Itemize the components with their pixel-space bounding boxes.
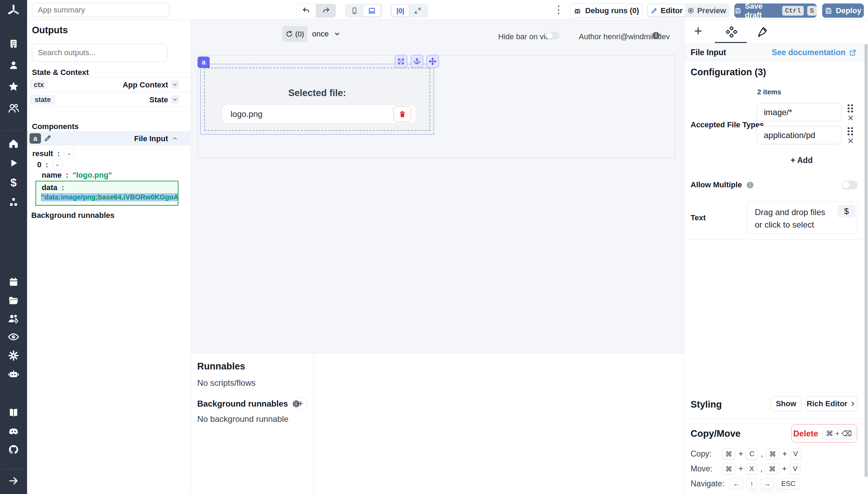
remove-item-x-icon[interactable] [847,137,854,146]
ctx-row[interactable]: ctx App Context [27,77,191,92]
windmill-logo-icon[interactable] [0,3,27,18]
groups-users-icon[interactable] [0,102,27,115]
audit-eye-icon[interactable] [0,331,27,343]
component-row-file-input[interactable]: a File Input [27,131,191,146]
section-divider [684,239,868,240]
info-icon[interactable] [652,31,660,41]
file-input-component[interactable]: Selected file: logo.png [200,64,434,135]
move-component-button[interactable] [426,55,439,68]
tree-row-zero[interactable]: 0: - [37,159,63,170]
runs-play-icon[interactable] [0,157,27,169]
component-id-badge: a [30,133,41,144]
variables-dollar-icon[interactable]: $ [0,176,27,189]
tab-styling-brush-icon[interactable] [756,26,768,40]
section-divider [684,418,868,419]
save-draft-button[interactable]: Save draft Ctrl S [734,3,817,18]
mobile-view-button[interactable] [346,5,363,17]
tab-preview[interactable]: Preview [685,5,728,17]
rich-editor-button[interactable]: Rich Editor [805,396,857,411]
chevron-down-icon [334,31,341,37]
folders-icon[interactable] [0,294,27,307]
trash-icon [398,110,407,118]
shortcut-row-navigate: Navigate: ← ↑ → ESC [691,478,800,489]
expand-component-button[interactable] [395,55,407,68]
tree-row-result[interactable]: result: - [32,148,74,159]
pencil-icon [651,7,658,14]
search-outputs-input[interactable] [32,44,167,62]
chevron-down-icon[interactable] [171,95,179,104]
kebab-menu-icon[interactable]: ⋮ [553,3,564,16]
tab-editor[interactable]: Editor [648,5,685,17]
allow-multiple-toggle[interactable] [842,181,858,189]
add-file-type-button[interactable]: + Add [791,156,813,165]
component-name: File Input [691,48,726,57]
remove-item-x-icon[interactable] [847,114,854,123]
refresh-button[interactable]: (0) [282,26,307,42]
center-layout-button[interactable]: |0| [392,5,409,17]
drag-handle-icon[interactable] [847,126,854,135]
drag-handle-icon[interactable] [847,103,854,112]
redo-button[interactable] [316,4,336,18]
ai-robot-icon[interactable] [0,368,27,380]
anchor-component-button[interactable] [411,55,423,68]
accepted-file-types-label: Accepted File Types [691,120,764,129]
background-runnables-header: Background runnables [197,399,300,409]
file-type-input-2[interactable] [757,126,842,144]
collapse-arrow-right-icon[interactable] [0,475,27,487]
tree-row-name[interactable]: name: "logo.png" [42,171,112,180]
resources-cubes-icon[interactable] [0,196,27,208]
device-toggle-group [345,4,382,18]
vertical-scrollbar[interactable] [865,44,868,477]
github-icon[interactable] [0,443,27,456]
shortcut-row-move: Move: ⌘+X, ⌘+V [691,463,801,475]
app-summary-input[interactable] [32,3,169,17]
tree-row-data-selected[interactable]: data: "data:image/png;base64,iVBORw0KGgo… [35,181,178,206]
debug-runs-button[interactable]: Debug runs (0) [570,3,642,18]
styling-show-button[interactable]: Show [770,396,802,411]
docs-book-icon[interactable] [0,407,27,419]
home-icon[interactable] [0,137,27,150]
shortcut-row-partial [691,491,786,494]
chevron-down-icon[interactable] [171,80,179,89]
items-count: 2 items [757,88,781,96]
selected-file-box: logo.png [223,105,416,123]
edit-pencil-icon[interactable] [44,134,52,144]
add-background-runnable-button[interactable]: + [294,397,307,410]
user-icon[interactable] [0,59,27,71]
delete-component-button[interactable]: Delete ⌘ + ⌫ [791,424,857,443]
sidebar: $ [0,0,27,494]
deploy-button[interactable]: Deploy [822,3,864,18]
hide-bar-toggle[interactable] [546,32,560,40]
configuration-title: Configuration (3) [691,67,766,78]
canvas: (0) once Hide bar on view Author henri@w… [191,20,684,353]
fullwidth-layout-button[interactable] [409,5,426,17]
collapse-button[interactable]: - [64,148,74,159]
info-icon[interactable] [746,181,754,189]
app-editor: $ [0,0,868,494]
discord-icon[interactable] [0,425,27,438]
tree-data-value: "data:image/png;base64,iVBORw0KGgoAAAANS… [41,193,178,201]
preview-target-icon [687,7,694,14]
tab-component-settings-icon[interactable] [725,26,738,40]
connect-dollar-button[interactable]: $ [838,205,855,217]
kbd-s: S [807,6,817,16]
collapse-button[interactable]: - [52,159,63,170]
chevron-up-icon[interactable] [171,134,179,143]
favorites-star-icon[interactable] [0,80,27,93]
schedules-calendar-icon[interactable] [0,276,27,288]
allow-multiple-row: Allow Multiple [691,180,754,189]
refresh-mode-select[interactable]: once [307,29,345,39]
file-type-input-1[interactable] [757,103,842,121]
component-badge: a [198,57,210,68]
see-documentation-link[interactable]: See documentation [772,48,857,57]
selected-file-label: Selected file: [201,88,434,99]
tab-insert-plus-icon[interactable]: + [694,24,702,38]
workers-user-settings-icon[interactable] [0,312,27,325]
undo-button[interactable] [296,4,316,18]
state-row[interactable]: state State [27,92,191,107]
remove-file-button[interactable] [393,106,411,122]
background-runnables-title: Background runnables [31,211,115,220]
desktop-view-button[interactable] [363,5,381,17]
workspace-building-icon[interactable] [0,37,27,50]
settings-gear-icon[interactable] [0,349,27,362]
